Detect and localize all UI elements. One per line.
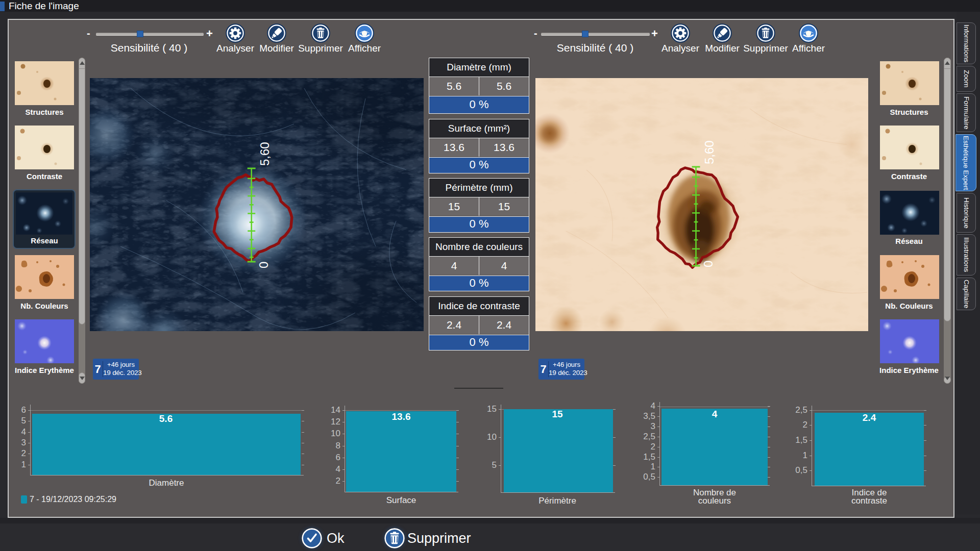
svg-text:5,60: 5,60 bbox=[258, 142, 272, 166]
svg-text:0: 0 bbox=[257, 262, 271, 268]
svg-text:0: 0 bbox=[701, 261, 715, 267]
svg-text:5,60: 5,60 bbox=[702, 140, 716, 164]
